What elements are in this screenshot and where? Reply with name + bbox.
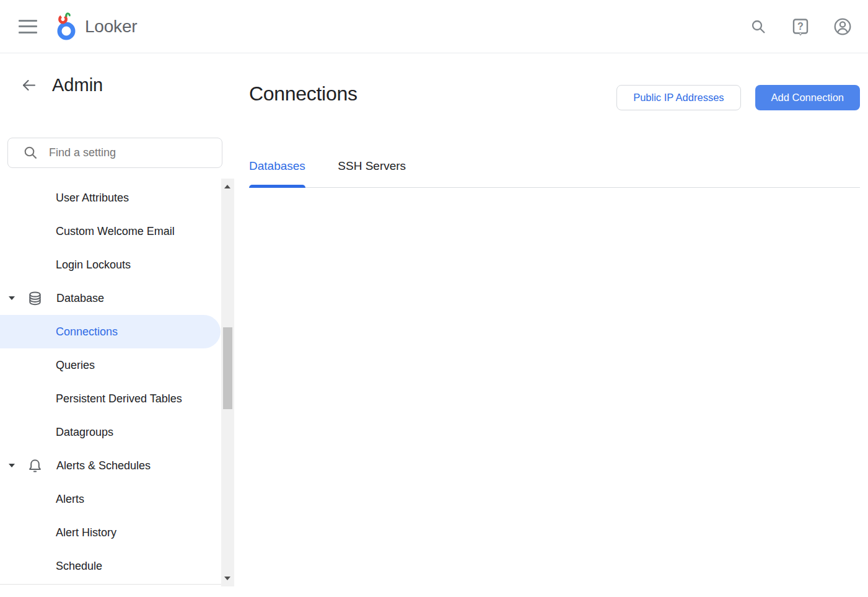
sidebar-group-alerts-schedules[interactable]: Alerts & Schedules [0, 449, 221, 482]
tab-ssh-servers[interactable]: SSH Servers [338, 158, 406, 187]
sidebar-item-alert-history[interactable]: Alert History [0, 516, 221, 549]
scroll-up-arrow-icon[interactable] [224, 185, 230, 188]
back-arrow-icon[interactable] [20, 76, 37, 94]
top-app-bar: Looker ? [0, 0, 868, 53]
public-ip-addresses-button[interactable]: Public IP Addresses [616, 85, 740, 110]
add-connection-button[interactable]: Add Connection [755, 85, 860, 110]
expand-triangle-icon[interactable] [9, 464, 15, 467]
looker-logo-icon [55, 12, 79, 41]
sidebar-item-connections[interactable]: Connections [0, 315, 221, 348]
sidebar-divider [0, 584, 221, 585]
connections-panel: Connections Public IP Addresses Add Conn… [234, 54, 868, 597]
sidebar-item-persistent-derived-tables[interactable]: Persistent Derived Tables [0, 382, 221, 415]
sidebar-item-datagroups[interactable]: Datagroups [0, 415, 221, 449]
section-title: Connections [249, 82, 357, 105]
expand-triangle-icon[interactable] [9, 296, 15, 300]
sidebar-header: Admin [0, 68, 103, 102]
topbar-actions: ? [749, 17, 868, 36]
sidebar-item-alerts[interactable]: Alerts [0, 482, 221, 516]
sidebar-item-queries[interactable]: Queries [0, 348, 221, 382]
search-input[interactable] [49, 146, 198, 159]
database-icon [27, 290, 43, 307]
looker-logo[interactable]: Looker [55, 12, 137, 41]
sidebar-item-login-lockouts[interactable]: Login Lockouts [0, 248, 221, 281]
settings-nav: User Attributes Custom Welcome Email Log… [0, 181, 221, 583]
tab-databases[interactable]: Databases [249, 158, 305, 187]
sidebar-item-user-attributes[interactable]: User Attributes [0, 181, 221, 214]
scrollbar-thumb[interactable] [223, 327, 232, 409]
sidebar-item-schedule[interactable]: Schedule [0, 549, 221, 583]
menu-icon[interactable] [19, 20, 37, 33]
sidebar-item-custom-welcome-email[interactable]: Custom Welcome Email [0, 214, 221, 248]
svg-text:?: ? [797, 21, 804, 32]
sidebar-group-database[interactable]: Database [0, 281, 221, 315]
settings-search[interactable] [7, 138, 222, 168]
header-actions: Public IP Addresses Add Connection [616, 85, 860, 110]
help-icon[interactable]: ? [791, 17, 810, 36]
admin-sidebar: Admin User Attributes Custom Welcome Ema… [0, 54, 234, 597]
bell-icon [27, 458, 43, 474]
scroll-down-arrow-icon[interactable] [224, 577, 230, 580]
connection-tabs: Databases SSH Servers [249, 158, 860, 188]
search-icon[interactable] [749, 17, 768, 36]
page-title: Admin [52, 75, 103, 95]
search-icon [23, 145, 38, 161]
sidebar-scrollbar[interactable] [221, 179, 234, 586]
account-icon[interactable] [833, 17, 852, 36]
logo-wordmark: Looker [85, 17, 137, 37]
